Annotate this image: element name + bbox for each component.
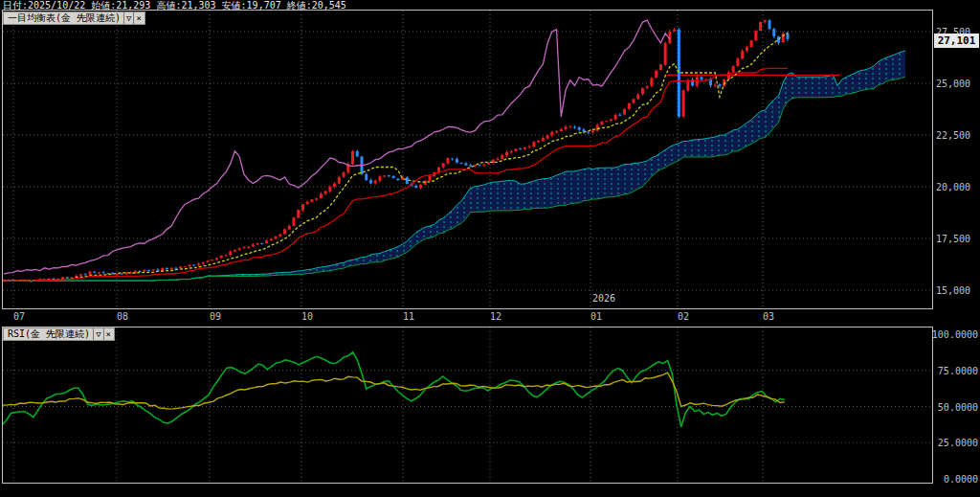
candle-body xyxy=(519,148,522,149)
collapse-icon[interactable]: ▽ xyxy=(93,328,102,340)
candle-body xyxy=(283,229,286,234)
candle-body xyxy=(732,66,735,73)
candle-body xyxy=(587,132,590,133)
chart-canvas[interactable]: 27,50025,00022,50020,00017,50015,0000708… xyxy=(0,0,980,497)
candle-body xyxy=(197,263,200,265)
candle-body xyxy=(93,272,96,273)
candle-body xyxy=(636,95,639,100)
candle-body xyxy=(764,20,767,22)
candle-body xyxy=(451,158,454,159)
candle-body xyxy=(84,274,87,275)
candle-body xyxy=(596,125,599,131)
candle-body xyxy=(628,103,631,109)
candle-body xyxy=(650,78,653,85)
candle-body xyxy=(546,135,549,138)
candle-body xyxy=(211,260,213,260)
rsi-axis-label: 25.0000 xyxy=(938,438,978,448)
candle-body xyxy=(310,199,313,202)
main-chart-title-chip: 一目均衡表(金 先限連続) ▽ × xyxy=(3,11,145,25)
candle-body xyxy=(278,235,281,237)
candle-body xyxy=(428,176,431,181)
month-axis-label: 02 xyxy=(678,311,689,322)
candle-body xyxy=(365,174,368,180)
candle-body xyxy=(374,181,377,184)
candle-body xyxy=(265,240,268,243)
month-axis-label: 12 xyxy=(490,311,501,322)
candle-body xyxy=(482,165,485,166)
month-axis-label: 10 xyxy=(301,311,313,322)
candle-body xyxy=(600,122,603,124)
candle-body xyxy=(247,247,250,248)
candle-body xyxy=(479,165,481,166)
candle-body xyxy=(338,177,341,184)
candle-body xyxy=(388,175,390,176)
candle-body xyxy=(351,151,354,164)
candle-body xyxy=(746,47,748,51)
candle-body xyxy=(623,109,626,115)
candle-body xyxy=(550,132,553,136)
candle-body xyxy=(456,159,458,163)
candle-body xyxy=(224,256,227,257)
candle-body xyxy=(156,270,159,271)
candle-body xyxy=(610,120,612,122)
candle-body xyxy=(161,268,164,271)
candle-body xyxy=(396,179,399,181)
candle-body xyxy=(152,269,155,270)
candle-body xyxy=(537,141,540,142)
candle-body xyxy=(568,127,571,128)
month-axis-label: 01 xyxy=(590,311,602,322)
candle-body xyxy=(614,115,617,120)
candle-body xyxy=(288,226,291,230)
candle-body xyxy=(510,151,513,152)
main-chart-title: 一目均衡表(金 先限連続) xyxy=(5,12,123,24)
candle-body xyxy=(718,84,721,86)
candle-body xyxy=(469,165,472,166)
month-axis-label: 09 xyxy=(210,311,221,322)
candle-body xyxy=(378,176,381,181)
candle-body xyxy=(98,273,100,274)
year-label: 2026 xyxy=(592,293,615,304)
candle-body xyxy=(741,51,744,58)
month-axis-label: 03 xyxy=(763,311,774,322)
candle-body xyxy=(260,243,263,244)
candle-body xyxy=(306,202,309,204)
candle-body xyxy=(633,99,635,102)
rsi-axis-label: 50.0000 xyxy=(938,402,978,413)
candle-body xyxy=(565,126,568,129)
price-axis-label: 25,000 xyxy=(936,79,970,89)
candle-body xyxy=(383,175,386,176)
candle-body xyxy=(460,163,463,164)
candle-body xyxy=(88,272,91,275)
candle-body xyxy=(759,22,762,31)
candle-body xyxy=(437,168,440,172)
candle-body xyxy=(714,84,717,85)
candle-body xyxy=(356,151,359,156)
candle-body xyxy=(641,88,644,94)
candle-body xyxy=(750,40,753,47)
candle-body xyxy=(143,270,145,271)
candle-body xyxy=(682,90,685,117)
month-axis-label: 11 xyxy=(403,311,414,322)
close-icon[interactable]: × xyxy=(103,328,113,340)
candle-body xyxy=(121,274,123,275)
candle-body xyxy=(646,86,649,88)
candle-body xyxy=(170,268,173,269)
candle-body xyxy=(207,260,210,262)
close-icon[interactable]: × xyxy=(133,12,143,24)
candle-body xyxy=(605,121,608,122)
candle-body xyxy=(215,259,218,260)
candle-body xyxy=(768,20,771,29)
collapse-icon[interactable]: ▽ xyxy=(123,12,133,24)
candle-body xyxy=(320,193,323,198)
candle-body xyxy=(578,127,581,130)
candle-body xyxy=(523,147,526,149)
candle-body xyxy=(659,64,662,70)
candle-body xyxy=(179,266,182,268)
candle-body xyxy=(701,77,703,79)
candle-body xyxy=(324,192,327,194)
trading-chart-app: 27,50025,00022,50020,00017,50015,0000708… xyxy=(0,0,980,497)
candle-body xyxy=(189,264,191,266)
candle-body xyxy=(514,148,517,150)
price-axis-label: 22,500 xyxy=(936,130,970,141)
rsi-title-chip: RSI(金 先限連続) ▽ × xyxy=(3,328,115,341)
